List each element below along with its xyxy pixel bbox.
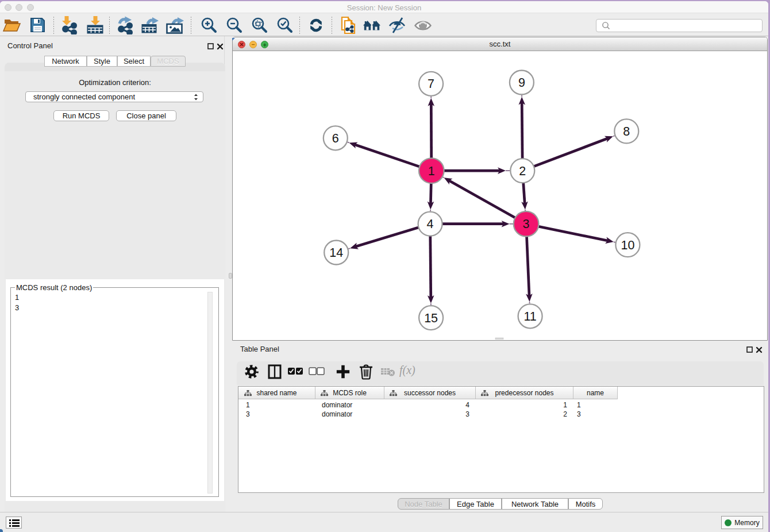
svg-text:15: 15 <box>424 311 438 325</box>
svg-text:7: 7 <box>428 77 434 91</box>
svg-text:9: 9 <box>518 76 525 90</box>
svg-text:2: 2 <box>519 164 526 178</box>
svg-text:11: 11 <box>523 310 536 323</box>
svg-text:4: 4 <box>427 217 434 231</box>
svg-text:6: 6 <box>332 132 339 145</box>
svg-text:14: 14 <box>329 246 343 260</box>
svg-text:10: 10 <box>621 238 634 252</box>
svg-text:1: 1 <box>428 164 435 178</box>
svg-text:8: 8 <box>623 125 630 138</box>
svg-text:3: 3 <box>523 217 530 231</box>
